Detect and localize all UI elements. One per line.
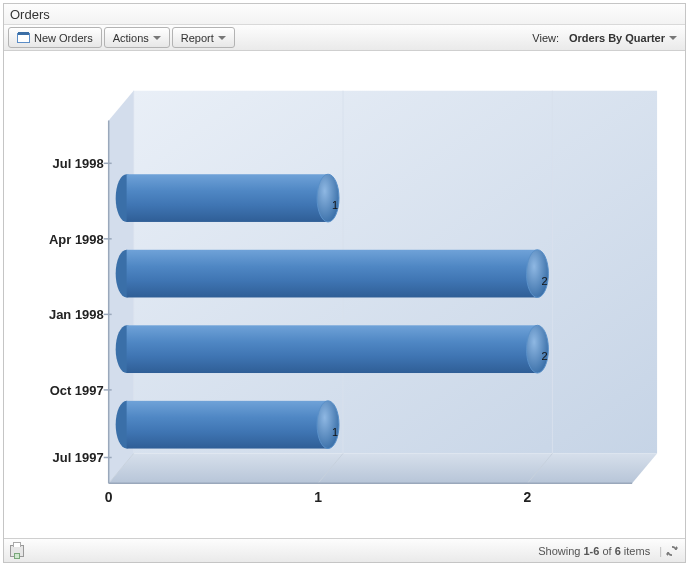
refresh-icon[interactable] (665, 544, 679, 558)
svg-text:Jul 1998: Jul 1998 (53, 156, 104, 171)
orders-panel: Orders New Orders Actions Report View: O… (3, 3, 686, 563)
view-selector[interactable]: Orders By Quarter (565, 32, 681, 44)
svg-text:2: 2 (524, 489, 532, 505)
actions-button[interactable]: Actions (104, 27, 170, 48)
svg-text:1: 1 (332, 426, 338, 438)
orders-bar-chart: Jul 1998 Apr 1998 Jan 1998 Oct 1997 Jul … (4, 51, 685, 538)
chevron-down-icon (153, 36, 161, 40)
bar-jan-1998: 2 (116, 325, 549, 373)
svg-text:Oct 1997: Oct 1997 (50, 383, 104, 398)
report-label: Report (181, 32, 214, 44)
bar-oct-1997: 1 (116, 401, 339, 449)
svg-text:Apr 1998: Apr 1998 (49, 232, 104, 247)
new-orders-label: New Orders (34, 32, 93, 44)
footer-summary: Showing 1-6 of 6 items (538, 545, 650, 557)
svg-rect-23 (127, 325, 538, 373)
svg-text:Jan 1998: Jan 1998 (49, 307, 104, 322)
svg-text:2: 2 (541, 275, 547, 287)
printer-icon[interactable] (10, 545, 24, 557)
view-selected-label: Orders By Quarter (569, 32, 665, 44)
chevron-down-icon (218, 36, 226, 40)
report-button[interactable]: Report (172, 27, 235, 48)
svg-rect-15 (127, 174, 328, 222)
svg-text:0: 0 (105, 489, 113, 505)
separator: | (659, 545, 662, 557)
svg-text:1: 1 (332, 199, 338, 211)
y-tick-labels: Jul 1998 Apr 1998 Jan 1998 Oct 1997 Jul … (49, 156, 104, 465)
svg-rect-27 (127, 401, 328, 449)
view-label: View: (532, 32, 559, 44)
x-tick-labels: 0 1 2 (105, 489, 532, 505)
actions-label: Actions (113, 32, 149, 44)
svg-text:Jul 1997: Jul 1997 (53, 450, 104, 465)
panel-title: Orders (4, 4, 685, 24)
bar-jul-1998: 1 (116, 174, 339, 222)
svg-text:2: 2 (541, 350, 547, 362)
footer: Showing 1-6 of 6 items | (4, 538, 685, 562)
chart-area: Jul 1998 Apr 1998 Jan 1998 Oct 1997 Jul … (4, 51, 685, 538)
chevron-down-icon (669, 36, 677, 40)
bar-apr-1998: 2 (116, 250, 549, 298)
svg-text:1: 1 (314, 489, 322, 505)
toolbar: New Orders Actions Report View: Orders B… (4, 24, 685, 51)
new-orders-button[interactable]: New Orders (8, 27, 102, 48)
svg-rect-19 (127, 250, 538, 298)
new-record-icon (17, 33, 30, 43)
plot-floor (109, 454, 657, 484)
